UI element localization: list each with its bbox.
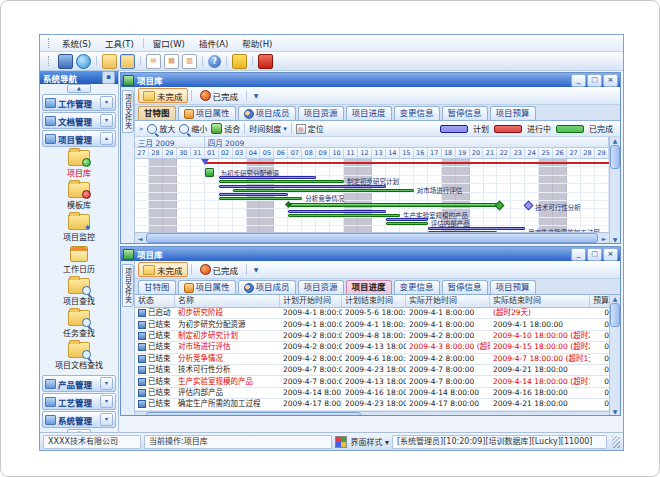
tab-项目进度[interactable]: 项目进度 bbox=[346, 280, 392, 294]
table-row[interactable]: 已结束制定初步研究计划2009-4-2 8:00:002009-4-8 18:0… bbox=[135, 331, 609, 342]
done-bar-分析竞争情况[interactable] bbox=[219, 197, 303, 200]
gantt-day-label[interactable]: 03 bbox=[233, 148, 247, 158]
gantt-day-label[interactable]: 27 bbox=[567, 148, 581, 158]
sidebar-item-项目库[interactable]: 项目库 bbox=[67, 150, 91, 178]
sidebar-section-项目管理[interactable]: 项目管理▴ bbox=[42, 130, 116, 147]
section-toggle-icon[interactable]: ▴ bbox=[100, 132, 113, 145]
gantt-vertical-scrollbar[interactable]: ▲▼ bbox=[609, 137, 620, 243]
section-toggle-icon[interactable]: ▾ bbox=[100, 395, 113, 408]
tab-项目属性[interactable]: 项目属性 bbox=[178, 106, 236, 120]
section-toggle-icon[interactable]: ▾ bbox=[100, 413, 113, 426]
report-icon[interactable]: ▤ bbox=[164, 54, 179, 69]
gantt-day-label[interactable]: 12 bbox=[358, 148, 372, 158]
mail-icon[interactable]: ✉ bbox=[146, 54, 161, 69]
gantt-day-label[interactable]: 15 bbox=[400, 148, 414, 158]
gantt-horizontal-scrollbar[interactable]: ◄► bbox=[135, 232, 609, 243]
gantt-day-label[interactable]: 31 bbox=[191, 148, 205, 158]
tab-项目预算[interactable]: 项目预算 bbox=[490, 106, 536, 120]
folder-side-tab[interactable]: 项目文件夹 bbox=[121, 87, 135, 243]
style-selector[interactable]: 界面样式 ▾ bbox=[350, 436, 389, 447]
gantt-day-label[interactable]: 30 bbox=[177, 148, 191, 158]
table-row[interactable]: 已结束评估内部产品2009-4-14 8:00:002009-4-16 18:0… bbox=[135, 388, 609, 399]
gantt-day-label[interactable]: 18 bbox=[442, 148, 456, 158]
gantt-day-label[interactable]: 26 bbox=[553, 148, 567, 158]
menu-item-1[interactable]: 系统(S) bbox=[55, 37, 98, 49]
tab-甘特图[interactable]: 甘特图 bbox=[138, 280, 176, 294]
section-toggle-icon[interactable]: ▾ bbox=[100, 114, 113, 127]
sidebar-item-模板库[interactable]: 模板库 bbox=[67, 182, 91, 210]
column-header-计划开始时间[interactable]: 计划开始时间 bbox=[280, 295, 342, 307]
globe-icon[interactable] bbox=[76, 54, 91, 69]
window-title-bar[interactable]: 项目库 _ □ × bbox=[121, 247, 620, 261]
gantt-day-label[interactable]: 06 bbox=[274, 148, 288, 158]
stop-icon[interactable] bbox=[258, 54, 273, 69]
column-header-实际开始时间[interactable]: 实际开始时间 bbox=[406, 295, 490, 307]
gantt-day-label[interactable]: 23 bbox=[511, 148, 525, 158]
folder-more-button[interactable]: ▼ bbox=[250, 90, 262, 102]
gantt-day-label[interactable]: 20 bbox=[470, 148, 484, 158]
sidebar-item-项目查找[interactable]: 项目查找 bbox=[63, 278, 95, 306]
gantt-day-label[interactable]: 05 bbox=[260, 148, 274, 158]
done-bar-制定初步研究计划[interactable] bbox=[219, 180, 344, 183]
finished-filter-button[interactable]: 已完成 bbox=[195, 262, 244, 277]
gantt-day-label[interactable]: 13 bbox=[372, 148, 386, 158]
tab-项目属性[interactable]: 项目属性 bbox=[178, 280, 236, 294]
summary-bar-技术可行性分析[interactable] bbox=[288, 203, 497, 207]
tab-项目成员[interactable]: 项目成员 bbox=[238, 280, 296, 294]
gantt-day-label[interactable]: 01 bbox=[205, 148, 219, 158]
gantt-day-label[interactable]: 28 bbox=[581, 148, 595, 158]
folder-icon[interactable] bbox=[102, 54, 117, 69]
computer-icon[interactable] bbox=[58, 54, 73, 69]
lock-icon[interactable] bbox=[232, 54, 247, 69]
sidebar-section-工作管理[interactable]: 工作管理▾ bbox=[42, 94, 116, 111]
table-row[interactable]: 已结束确定生产所需的加工过程2009-4-17 8:00:002009-4-23… bbox=[135, 399, 609, 410]
tab-变更信息[interactable]: 变更信息 bbox=[394, 106, 440, 120]
close-button[interactable]: × bbox=[603, 74, 618, 87]
plan-bar-制定初步研究计划[interactable] bbox=[219, 176, 317, 179]
sidebar-section-文档管理[interactable]: 文档管理▾ bbox=[42, 112, 116, 129]
tab-暂停信息[interactable]: 暂停信息 bbox=[442, 106, 488, 120]
gantt-day-label[interactable]: 21 bbox=[483, 148, 497, 158]
gantt-day-label[interactable]: 19 bbox=[456, 148, 470, 158]
table-row[interactable]: 已结束分析竞争情况2009-4-2 8:00:002009-4-6 18:00:… bbox=[135, 354, 609, 365]
gantt-day-label[interactable]: 28 bbox=[149, 148, 163, 158]
gantt-day-label[interactable]: 04 bbox=[247, 148, 261, 158]
help-icon[interactable]: ? bbox=[208, 55, 221, 68]
gantt-day-label[interactable]: 09 bbox=[316, 148, 330, 158]
tab-项目成员[interactable]: 项目成员 bbox=[238, 106, 296, 120]
done-bar-对市场进行评估[interactable] bbox=[233, 189, 414, 192]
plan-bar-对市场进行评估[interactable] bbox=[219, 185, 386, 188]
restore-button[interactable]: □ bbox=[587, 74, 602, 87]
report-error-icon[interactable]: ▥ bbox=[182, 54, 197, 69]
folder-open-icon[interactable] bbox=[120, 54, 135, 69]
restore-button[interactable]: □ bbox=[587, 248, 602, 261]
gantt-day-label[interactable]: 17 bbox=[428, 148, 442, 158]
gantt-day-label[interactable]: 29 bbox=[163, 148, 177, 158]
plan-bar-分析竞争情况[interactable] bbox=[219, 193, 289, 196]
plan-bar-确定生产所需的加工过程[interactable] bbox=[428, 227, 526, 230]
table-row[interactable]: 已结束技术可行性分析2009-4-7 8:00:002009-4-23 18:0… bbox=[135, 365, 609, 376]
menu-item-2[interactable]: 工具(T) bbox=[98, 37, 141, 49]
gantt-day-label[interactable]: 02 bbox=[219, 148, 233, 158]
sidebar-section-工艺管理[interactable]: 工艺管理▾ bbox=[42, 393, 116, 410]
finished-filter-button[interactable]: 已完成 bbox=[195, 88, 244, 103]
tab-甘特图[interactable]: 甘特图 bbox=[138, 106, 176, 120]
gantt-day-label[interactable]: 07 bbox=[288, 148, 302, 158]
sidebar-item-工作日历[interactable]: 工作日历 bbox=[63, 246, 95, 274]
folder-more-button[interactable]: ▼ bbox=[250, 264, 262, 276]
column-header-实际结束时间[interactable]: 实际结束时间 bbox=[490, 295, 590, 307]
unfinished-filter-button[interactable]: 未完成 bbox=[138, 88, 188, 103]
gantt-day-label[interactable]: 11 bbox=[344, 148, 358, 158]
fit-button[interactable]: 适合 bbox=[211, 123, 240, 134]
sidebar-item-项目文档查找[interactable]: 项目文档查找 bbox=[55, 342, 103, 370]
plan-bar-评估内部产品[interactable] bbox=[386, 218, 428, 221]
column-header-状态[interactable]: 状态 bbox=[135, 295, 175, 307]
sidebar-section-系统管理[interactable]: 系统管理▾ bbox=[42, 411, 116, 428]
minimize-button[interactable]: _ bbox=[571, 248, 586, 261]
zoom-in-button[interactable]: 放大 bbox=[147, 123, 175, 134]
tab-暂停信息[interactable]: 暂停信息 bbox=[442, 280, 488, 294]
gantt-day-label[interactable]: 10 bbox=[330, 148, 344, 158]
folder-side-tab[interactable]: 项目文件夹 bbox=[121, 261, 135, 415]
tab-项目进度[interactable]: 项目进度 bbox=[346, 106, 392, 120]
done-bar-确定生产所需的加工过程[interactable] bbox=[428, 231, 498, 232]
